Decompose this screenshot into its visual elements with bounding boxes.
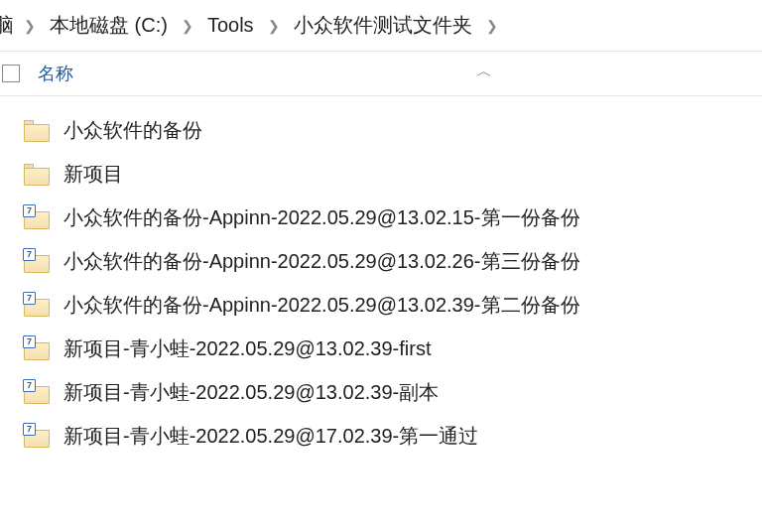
archive-badge-icon: 7 [23, 204, 36, 217]
file-row[interactable]: 7小众软件的备份-Appinn-2022.05.29@13.02.15-第一份备… [24, 196, 762, 239]
file-list: 小众软件的备份新项目7小众软件的备份-Appinn-2022.05.29@13.… [0, 96, 762, 458]
file-name: 新项目-青小蛙-2022.05.29@17.02.39-第一通过 [64, 423, 478, 450]
archive-folder-icon: 7 [24, 293, 50, 317]
file-name: 新项目 [64, 161, 123, 188]
breadcrumb-item-truncated[interactable]: 脑 [0, 12, 14, 39]
breadcrumb-item-current[interactable]: 小众软件测试文件夹 [290, 12, 476, 39]
archive-badge-icon: 7 [23, 292, 36, 305]
select-all-checkbox[interactable] [2, 65, 20, 82]
file-row[interactable]: 7小众软件的备份-Appinn-2022.05.29@13.02.39-第二份备… [24, 283, 762, 327]
archive-badge-icon: 7 [23, 248, 36, 261]
folder-icon [24, 162, 50, 186]
sort-indicator-icon[interactable]: ︿ [476, 62, 492, 82]
file-row[interactable]: 7新项目-青小蛙-2022.05.29@13.02.39-副本 [24, 370, 762, 414]
file-row[interactable]: 7小众软件的备份-Appinn-2022.05.29@13.02.26-第三份备… [24, 239, 762, 283]
breadcrumb-item-drive[interactable]: 本地磁盘 (C:) [46, 12, 172, 39]
column-header-name[interactable]: 名称 [38, 62, 73, 85]
archive-folder-icon: 7 [24, 205, 50, 229]
chevron-right-icon: ❯ [476, 18, 508, 34]
column-header-row: 名称 ︿ [0, 52, 762, 95]
file-name: 新项目-青小蛙-2022.05.29@13.02.39-first [64, 335, 431, 362]
archive-badge-icon: 7 [23, 379, 36, 392]
chevron-right-icon: ❯ [172, 18, 203, 34]
chevron-right-icon: ❯ [14, 18, 46, 34]
file-row[interactable]: 7新项目-青小蛙-2022.05.29@17.02.39-第一通过 [24, 414, 762, 458]
file-name: 小众软件的备份-Appinn-2022.05.29@13.02.26-第三份备份 [64, 248, 580, 275]
file-row[interactable]: 新项目 [24, 152, 762, 196]
file-row[interactable]: 小众软件的备份 [24, 108, 762, 152]
breadcrumb[interactable]: 脑 ❯ 本地磁盘 (C:) ❯ Tools ❯ 小众软件测试文件夹 ❯ [0, 0, 762, 51]
archive-badge-icon: 7 [23, 335, 36, 348]
archive-folder-icon: 7 [24, 380, 50, 404]
archive-folder-icon: 7 [24, 424, 50, 448]
file-name: 小众软件的备份-Appinn-2022.05.29@13.02.39-第二份备份 [64, 292, 580, 319]
file-name: 小众软件的备份 [64, 117, 202, 144]
file-row[interactable]: 7新项目-青小蛙-2022.05.29@13.02.39-first [24, 327, 762, 370]
file-name: 小众软件的备份-Appinn-2022.05.29@13.02.15-第一份备份 [64, 204, 580, 231]
file-name: 新项目-青小蛙-2022.05.29@13.02.39-副本 [64, 379, 439, 406]
archive-badge-icon: 7 [23, 423, 36, 436]
archive-folder-icon: 7 [24, 336, 50, 360]
archive-folder-icon: 7 [24, 249, 50, 273]
breadcrumb-item-tools[interactable]: Tools [203, 14, 258, 37]
folder-icon [24, 118, 50, 142]
chevron-right-icon: ❯ [258, 18, 290, 34]
